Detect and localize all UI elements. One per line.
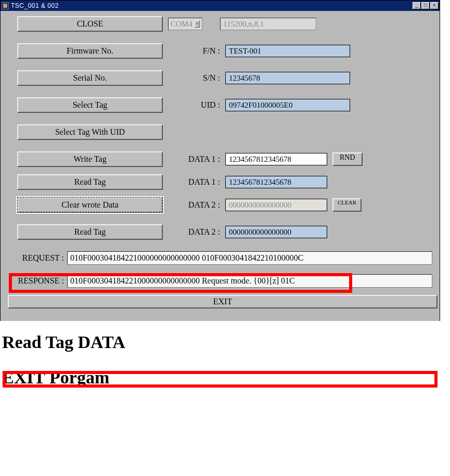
data1-read-label: DATA 1 : [173,177,220,187]
row-response: RESPONSE : 010F0003041842210000000000000… [8,274,435,288]
app-window: TSC_001 & 002 _ □ × CLOSE COM4 115200,n,… [0,0,440,321]
row-read-tag-1: Read Tag DATA 1 : 1234567812345678 [5,174,435,190]
row-close: CLOSE COM4 115200,n,8,1 [5,16,435,32]
data2-read-label: DATA 2 : [173,227,220,237]
response-label: RESPONSE : [8,276,64,286]
row-read-tag-2: Read Tag DATA 2 : 0000000000000000 [5,224,435,240]
uid-value: 09742F01000005E0 [225,99,350,111]
data1-read-value: 1234567812345678 [225,176,327,188]
select-tag-uid-button[interactable]: Select Tag With UID [17,124,163,140]
annotations: Read Tag DATA EXIT Porgam [0,321,450,388]
request-label: REQUEST : [8,253,64,263]
client-area: CLOSE COM4 115200,n,8,1 Firmware No. F/N… [1,11,440,321]
clear-button[interactable]: CLEAR [332,198,362,212]
sn-value: 12345678 [225,72,350,84]
write-tag-button[interactable]: Write Tag [17,151,163,167]
response-value[interactable]: 010F000304184221000000000000000 Request … [67,274,432,288]
sn-label: S/N : [173,73,220,83]
read-tag-1-button[interactable]: Read Tag [17,174,163,190]
row-serial: Serial No. S/N : 12345678 [5,70,435,86]
row-request: REQUEST : 010F00030418422100000000000000… [8,251,435,265]
titlebar: TSC_001 & 002 _ □ × [1,1,440,11]
clear-wrote-data-button[interactable]: Clear wrote Data [17,197,163,213]
read-tag-2-button[interactable]: Read Tag [17,224,163,240]
app-icon [2,2,9,9]
data2-write-value[interactable]: 0000000000000000 [225,199,327,211]
annotation-line-2: EXIT Porgam [2,368,450,388]
row-firmware: Firmware No. F/N : TEST-001 [5,43,435,59]
row-write-tag: Write Tag DATA 1 : 1234567812345678 RND [5,151,435,167]
request-value[interactable]: 010F000304184221000000000000000 010F0003… [67,251,432,265]
window-title: TSC_001 & 002 [11,2,412,9]
rnd-button[interactable]: RND [332,152,363,166]
select-tag-button[interactable]: Select Tag [17,97,163,113]
chevron-down-icon [195,20,200,28]
window-controls: _ □ × [412,2,439,9]
row-select-tag-uid: Select Tag With UID [5,124,435,140]
row-clear-wrote: Clear wrote Data DATA 2 : 00000000000000… [5,197,435,213]
data1-write-value[interactable]: 1234567812345678 [225,153,327,165]
exit-button[interactable]: EXIT [8,295,438,308]
firmware-button[interactable]: Firmware No. [17,43,163,59]
com-port-value: COM4 [171,20,192,29]
minimize-button[interactable]: _ [413,2,421,9]
uid-label: UID : [173,100,220,110]
close-window-button[interactable]: × [430,2,439,9]
serial-button[interactable]: Serial No. [17,70,163,86]
data1-write-label: DATA 1 : [173,155,220,164]
data2-read-value: 0000000000000000 [225,226,327,238]
restore-button[interactable]: □ [421,2,430,9]
row-select-tag: Select Tag UID : 09742F01000005E0 [5,97,435,113]
port-config: 115200,n,8,1 [220,18,316,30]
com-port-select[interactable]: COM4 [168,18,202,30]
fn-value: TEST-001 [225,45,350,57]
close-button[interactable]: CLOSE [17,16,163,32]
annotation-line-1: Read Tag DATA [2,332,450,352]
fn-label: F/N : [173,46,220,56]
data2-write-label: DATA 2 : [173,200,220,210]
